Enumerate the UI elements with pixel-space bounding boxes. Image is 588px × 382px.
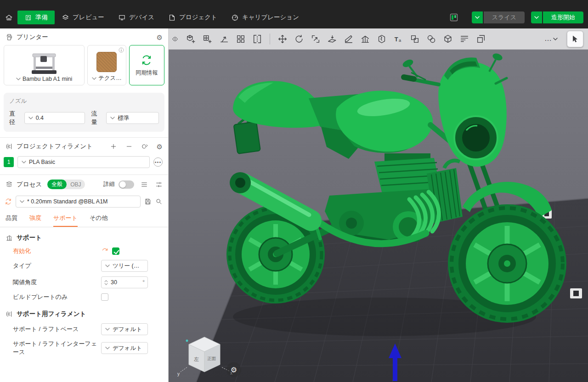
modifier-button[interactable]	[407, 31, 423, 47]
tune-icon[interactable]	[155, 181, 163, 188]
printer-card[interactable]: Bambu Lab A1 mini	[4, 45, 85, 85]
support-base-label: サポート / ラフトベース	[13, 325, 101, 333]
print-dropdown-button[interactable]	[531, 11, 542, 23]
tab-preview[interactable]: プレビュー	[55, 11, 111, 24]
tab-strength[interactable]: 強度	[29, 214, 41, 227]
process-mode-obj[interactable]: OBJ	[67, 180, 85, 189]
printer-settings-gear-icon[interactable]: ⚙	[157, 34, 163, 41]
support-base-select[interactable]: デフォルト	[101, 323, 148, 335]
tab-prepare-label: 準備	[35, 13, 48, 22]
spinner-arrows[interactable]	[104, 280, 108, 285]
navigation-cube[interactable]: 左 正面 y x	[177, 332, 234, 376]
printer-icon	[6, 34, 13, 41]
plate-type-card[interactable]: テクス…	[87, 45, 126, 85]
reset-preset-icon[interactable]	[5, 198, 12, 205]
filament-row: 1 PLA Basic •••	[0, 154, 168, 169]
seam-paint-button[interactable]	[374, 31, 390, 47]
info-icon[interactable]	[119, 47, 124, 54]
cut-tool-button[interactable]	[341, 31, 356, 47]
tab-project[interactable]: プロジェクト	[161, 11, 224, 24]
add-plate-button[interactable]	[200, 31, 215, 47]
camera-dot	[186, 340, 188, 342]
support-angle-input[interactable]: 30 °	[101, 276, 148, 288]
support-enable-row: 有効化	[0, 245, 168, 258]
scene-canvas[interactable]	[169, 28, 588, 382]
start-print-button[interactable]: 造形開始	[543, 11, 583, 23]
support-enable-checkbox[interactable]	[112, 247, 119, 255]
filament-slot-badge[interactable]: 1	[4, 157, 14, 167]
variable-layer-icon	[459, 34, 469, 44]
add-model-button[interactable]	[183, 31, 199, 47]
arrange-button[interactable]	[233, 31, 249, 47]
home-button[interactable]	[0, 11, 17, 24]
lay-flat-button[interactable]	[324, 31, 340, 47]
variable-layer-button[interactable]	[457, 31, 472, 47]
filament-settings-gear-icon[interactable]: ⚙	[157, 143, 163, 150]
support-plate-only-row: ビルドプレートのみ	[0, 291, 168, 303]
tab-support[interactable]: サポート	[53, 214, 78, 227]
tab-prepare[interactable]: 準備	[17, 11, 55, 24]
tab-preview-label: プレビュー	[73, 13, 104, 22]
text-tool-icon: Ta	[393, 34, 403, 44]
search-icon[interactable]	[155, 198, 163, 205]
process-preset-row: * 0.20mm Standard @BBL A1M	[0, 193, 168, 209]
text-tool-button[interactable]: Ta	[390, 31, 406, 47]
viewport-3d[interactable]: Ta … 左	[169, 28, 588, 382]
split-object-button[interactable]	[249, 31, 265, 47]
support-type-select[interactable]: ツリー (自動)	[101, 260, 148, 272]
scale-tool-button[interactable]	[308, 31, 323, 47]
plate-indicator-button[interactable]	[449, 12, 459, 22]
clone-button[interactable]	[473, 31, 489, 47]
toolbar-more-button[interactable]: …	[542, 31, 560, 47]
save-preset-icon[interactable]	[144, 198, 152, 205]
remove-filament-icon[interactable]	[125, 143, 133, 150]
printer-model-selector[interactable]: Bambu Lab A1 mini	[16, 76, 72, 82]
view-settings-button[interactable]: ⚙	[226, 362, 241, 377]
filament-section-title: プロジェクトフィラメント	[17, 142, 93, 151]
reset-value-icon[interactable]	[101, 247, 108, 255]
process-preset-select[interactable]: * 0.20mm Standard @BBL A1M	[16, 196, 141, 208]
filament-more-button[interactable]: •••	[153, 157, 163, 167]
printer-section-header: プリンター ⚙	[0, 28, 168, 45]
collapse-sidebar-button[interactable]	[170, 31, 180, 47]
slice-dropdown-button[interactable]	[472, 11, 483, 23]
filament-select[interactable]: PLA Basic	[17, 156, 150, 168]
rotate-tool-button[interactable]	[291, 31, 307, 47]
list-view-icon[interactable]	[141, 181, 148, 188]
process-mode-general[interactable]: 全般	[47, 180, 67, 189]
support-interface-select[interactable]: デフォルト	[101, 342, 148, 354]
print-split-button: 造形開始	[531, 11, 583, 23]
auto-orient-button[interactable]	[216, 31, 232, 47]
advanced-toggle[interactable]	[119, 180, 134, 189]
rotate-icon	[294, 34, 304, 44]
mesh-boolean-button[interactable]	[424, 31, 439, 47]
slice-button[interactable]: スライス	[484, 11, 525, 23]
plate-type-selector[interactable]: テクス…	[92, 74, 122, 82]
chevron-down-icon	[110, 117, 115, 119]
support-paint-button[interactable]	[357, 31, 373, 47]
select-tool-button[interactable]	[567, 31, 583, 47]
refill-filament-icon[interactable]	[141, 143, 148, 150]
move-tool-button[interactable]	[275, 31, 290, 47]
support-plate-only-checkbox[interactable]	[101, 293, 108, 301]
nozzle-diameter-select[interactable]: 0.4	[24, 112, 85, 124]
device-icon	[118, 14, 126, 22]
sync-info-card[interactable]: 同期情報	[129, 45, 164, 85]
nozzle-title: ノズル	[9, 97, 159, 105]
nozzle-flow-value: 標準	[118, 114, 129, 122]
svg-text:a: a	[399, 38, 401, 43]
toggle-knob	[119, 181, 126, 188]
tab-calibration[interactable]: キャリブレーション	[224, 11, 306, 24]
axis-y-label: y	[177, 371, 180, 376]
nozzle-flow-label: 流量	[91, 110, 103, 126]
tab-device[interactable]: デバイス	[111, 11, 161, 24]
tab-quality[interactable]: 品質	[6, 214, 17, 227]
support-section-icon	[6, 234, 13, 242]
tab-others[interactable]: その他	[90, 214, 108, 227]
add-plate-icon	[203, 34, 213, 44]
add-filament-icon[interactable]	[110, 143, 117, 150]
filament-spool-icon	[6, 143, 13, 150]
assembly-button[interactable]	[440, 31, 456, 47]
svg-text:T: T	[395, 35, 398, 42]
nozzle-flow-select[interactable]: 標準	[106, 112, 159, 124]
